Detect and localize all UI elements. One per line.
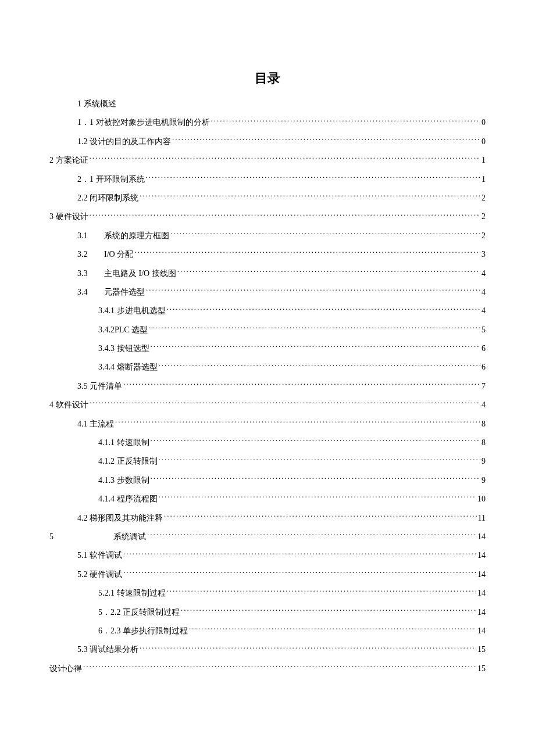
toc-entry-text: 2.2 闭环限制系统 (77, 192, 138, 205)
toc-dots (123, 381, 480, 389)
toc-entry-text: 4.1 主流程 (77, 418, 114, 431)
toc-dots (164, 513, 477, 521)
toc-page-number: 1 (482, 154, 486, 167)
toc-dots (167, 587, 477, 596)
toc-entry-text: 4.2 梯形图及其功能注释 (77, 512, 163, 525)
toc-entry-text: 5系统调试 (49, 531, 146, 543)
toc-dots (177, 268, 480, 276)
toc-entry-text: 3.4.4 熔断器选型 (98, 361, 158, 374)
toc-title: 目录 (49, 70, 486, 87)
toc-entry: 6．2.3 单步执行限制过程 14 (98, 625, 486, 637)
toc-entry: 3.4.3 按钮选型 6 (98, 342, 486, 355)
toc-entry-text: 1 系统概述 (77, 98, 116, 110)
toc-entry-text: 4.1.4 程序流程图 (98, 493, 158, 506)
toc-page-number: 4 (482, 286, 486, 299)
toc-entry-text: 3.4.2PLC 选型 (98, 324, 148, 336)
toc-entry: 4.1 主流程 8 (77, 418, 486, 431)
toc-entry-text: 3 硬件设计 (49, 210, 88, 223)
toc-page-number: 8 (482, 436, 486, 449)
toc-page-number: 9 (482, 474, 486, 487)
toc-entry: 4.1.4 程序流程图 10 (98, 493, 486, 506)
toc-dots (159, 361, 481, 370)
toc-page-number: 7 (482, 380, 486, 393)
toc-entry-number: 5 (49, 531, 113, 543)
toc-dots (159, 493, 477, 501)
toc-entry: 5.2.1 转速限制过程 14 (98, 587, 486, 600)
toc-entry-text: 3.4元器件选型 (77, 286, 145, 299)
toc-entry: 4.1.3 步数限制 9 (98, 474, 486, 487)
toc-entry-text: 5.1 软件调试 (77, 549, 122, 562)
toc-page-number: 1 (482, 173, 486, 186)
toc-entry-number: 3.2 (77, 248, 104, 261)
toc-entry-text: 4.1.1 转速限制 (98, 436, 149, 449)
toc-page-number: 0 (482, 116, 486, 129)
toc-entry: 设计心得15 (49, 662, 486, 675)
toc-entry-text: 6．2.3 单步执行限制过程 (98, 625, 188, 637)
toc-dots (172, 136, 480, 144)
toc-container: 1 系统概述1．1 对被控对象步进电机限制的分析 01.2 设计的目的及工作内容… (49, 98, 486, 675)
toc-entry: 2．1 开环限制系统 1 (77, 173, 486, 186)
toc-page-number: 15 (477, 643, 486, 656)
toc-entry-text: 设计心得 (49, 662, 82, 675)
toc-dots (170, 230, 480, 238)
toc-page-number: 14 (477, 625, 486, 637)
toc-page-number: 14 (477, 531, 486, 543)
toc-dots (151, 437, 481, 445)
toc-dots (146, 286, 480, 295)
toc-dots (149, 324, 480, 332)
toc-entry: 5.3 调试结果分析 15 (77, 643, 486, 656)
toc-entry-text: 3.5 元件清单 (77, 380, 122, 393)
toc-page-number: 10 (477, 493, 486, 506)
toc-dots (90, 399, 481, 407)
toc-entry-text: 4.1.2 正反转限制 (98, 455, 158, 468)
toc-entry: 5．2.2 正反转限制过程 14 (98, 606, 486, 619)
toc-entry-label: 主电路及 I/O 接线图 (104, 269, 176, 278)
toc-dots (83, 663, 476, 671)
toc-entry: 3.4元器件选型4 (77, 286, 486, 299)
toc-entry: 3 硬件设计 2 (49, 210, 486, 223)
toc-dots (211, 117, 481, 125)
toc-entry-text: 2．1 开环限制系统 (77, 173, 145, 186)
toc-dots (90, 155, 481, 163)
toc-entry-number: 3.1 (77, 230, 104, 242)
toc-entry: 4.1.1 转速限制 8 (98, 436, 486, 449)
toc-entry: 1 系统概述 (77, 98, 486, 110)
toc-page-number: 11 (478, 512, 486, 525)
toc-page-number: 14 (477, 587, 486, 600)
toc-entry: 3.5 元件清单 7 (77, 380, 486, 393)
toc-entry: 5系统调试14 (49, 531, 486, 543)
toc-entry-text: 3.4.1 步进电机选型 (98, 304, 166, 317)
toc-entry: 4.1.2 正反转限制 9 (98, 455, 486, 468)
toc-entry-text: 3.3主电路及 I/O 接线图 (77, 267, 176, 280)
toc-entry-number: 3.3 (77, 267, 104, 280)
toc-page-number: 14 (477, 606, 486, 619)
toc-entry: 2.2 闭环限制系统 2 (77, 192, 486, 205)
toc-page-number: 6 (482, 361, 486, 374)
toc-entry-label: 元器件选型 (104, 288, 145, 296)
toc-page-number: 4 (482, 304, 486, 317)
toc-entry: 1．1 对被控对象步进电机限制的分析 0 (77, 116, 486, 129)
toc-dots (159, 456, 481, 464)
toc-dots (123, 569, 476, 577)
toc-entry-text: 1.2 设计的目的及工作内容 (77, 135, 171, 148)
toc-entry: 4.2 梯形图及其功能注释 11 (77, 512, 486, 525)
toc-entry: 1.2 设计的目的及工作内容 0 (77, 135, 486, 148)
toc-page-number: 2 (482, 230, 486, 242)
toc-page-number: 15 (477, 662, 486, 675)
toc-dots (90, 211, 481, 219)
toc-entry: 3.2I/O 分配3 (77, 248, 486, 261)
toc-dots (134, 249, 480, 257)
toc-entry-label: I/O 分配 (104, 250, 133, 259)
toc-entry-text: 3.2I/O 分配 (77, 248, 133, 261)
toc-entry: 3.4.1 步进电机选型 4 (98, 304, 486, 317)
toc-entry-text: 5.2 硬件调试 (77, 568, 122, 581)
toc-entry: 3.1系统的原理方框图2 (77, 230, 486, 242)
toc-entry: 2 方案论证 1 (49, 154, 486, 167)
toc-dots (151, 475, 481, 483)
toc-entry-text: 3.1系统的原理方框图 (77, 230, 169, 242)
toc-entry: 5.1 软件调试 14 (77, 549, 486, 562)
toc-entry: 3.4.4 熔断器选型 6 (98, 361, 486, 374)
toc-entry: 4 软件设计 4 (49, 399, 486, 411)
toc-entry-text: 4 软件设计 (49, 399, 88, 411)
toc-page-number: 8 (482, 418, 486, 431)
